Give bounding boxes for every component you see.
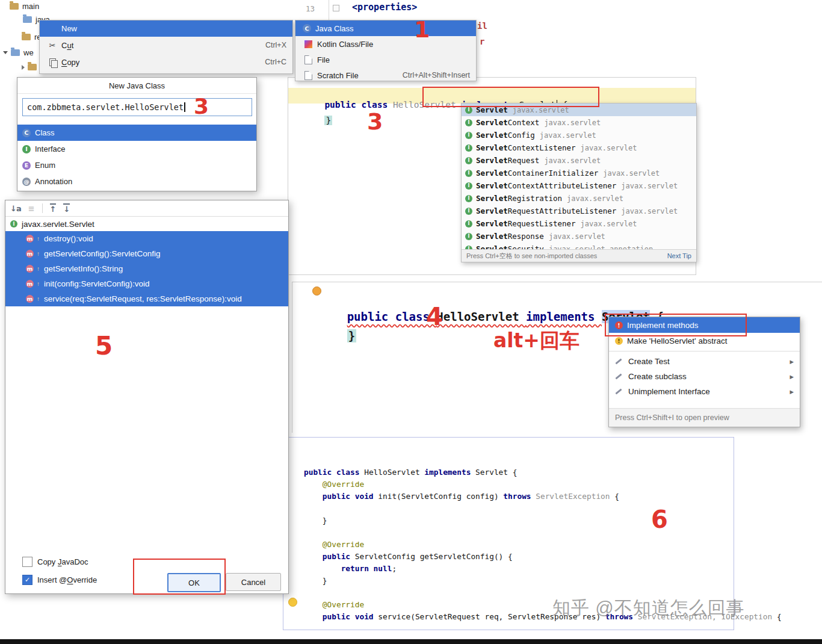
ok-button[interactable]: OK [167, 573, 221, 592]
intention-bulb-icon[interactable] [288, 598, 297, 607]
collapse-all-icon[interactable] [50, 203, 57, 213]
override-marker-icon [37, 280, 40, 287]
checkbox-unchecked-icon[interactable] [22, 557, 32, 567]
tree-item-webapp[interactable]: we [3, 48, 34, 57]
interface-icon [465, 119, 472, 126]
tree-item-collapsed[interactable] [22, 64, 40, 70]
method-row-getservletinfo[interactable]: getServletInfo():String [5, 261, 288, 276]
completion-item[interactable]: ServletResponse javax.servlet [462, 230, 696, 243]
interface-icon [465, 157, 472, 164]
scissors-icon [49, 41, 56, 50]
completion-item[interactable]: ServletContextListener javax.servlet [462, 141, 696, 154]
interface-icon [465, 182, 472, 190]
completion-item[interactable]: ServletContextAttributeListener javax.se… [462, 179, 696, 192]
file-icon [304, 55, 312, 64]
method-row-destroy[interactable]: destroy():void [5, 231, 288, 246]
completion-suffix: Context [508, 118, 540, 127]
clipped-code-fragment: r [480, 37, 484, 46]
expand-all-icon[interactable] [63, 203, 70, 213]
next-tip-link[interactable]: Next Tip [667, 252, 691, 259]
submenu-item-java-class[interactable]: Java Class [295, 20, 476, 36]
intention-menu-footer: Press Ctrl+Shift+I to open preview [609, 408, 800, 427]
enum-icon [22, 161, 31, 170]
completion-item[interactable]: ServletRequest javax.servlet [462, 154, 696, 167]
tree-item-main[interactable]: main [10, 2, 39, 11]
copy-javadoc-checkbox[interactable]: Copy JavaDoc [22, 557, 88, 567]
checkbox-label: Copy JavaDoc [37, 557, 88, 566]
kind-option-class[interactable]: Class [17, 125, 256, 141]
completion-item[interactable]: ServletConfig javax.servlet [462, 129, 696, 141]
kotlin-icon [304, 40, 312, 48]
clipped-code-fragment: il [477, 21, 487, 31]
intention-make-abstract[interactable]: Make 'HelloServlet' abstract [609, 333, 800, 348]
edit-icon [615, 358, 622, 364]
intention-implement-methods[interactable]: Implement methods [609, 317, 800, 333]
method-icon [26, 295, 34, 303]
completion-name: Servlet [476, 232, 508, 241]
completion-name: Servlet [476, 219, 508, 228]
method-signature: destroy():void [44, 234, 93, 243]
action-create-test[interactable]: Create Test [609, 354, 800, 369]
submenu-item-file[interactable]: File [295, 52, 476, 67]
tree-root-interface[interactable]: javax.servlet.Servlet [5, 217, 288, 231]
tree-item-resources[interactable]: re [22, 33, 42, 42]
completion-package: javax.servlet [581, 220, 637, 228]
xml-tag-properties: <properties> [352, 2, 417, 13]
completion-name: Servlet [476, 105, 508, 114]
method-signature: service(req:ServletRequest, res:ServletR… [44, 294, 242, 303]
completion-suffix: ContextListener [508, 143, 576, 152]
folder-icon [28, 64, 37, 70]
folder-icon [23, 16, 32, 23]
completion-item[interactable]: ServletRequestListener javax.servlet [462, 217, 696, 230]
class-name-input[interactable]: com.zbbmeta.servlet.HelloServlet [22, 98, 252, 116]
completion-suffix: Registration [508, 194, 562, 203]
annotation-icon [22, 178, 31, 186]
completion-suffix: RequestAttributeListener [508, 206, 617, 215]
submenu-item-kotlin-class[interactable]: Kotlin Class/File [295, 36, 476, 52]
completion-suffix: Response [508, 232, 544, 241]
override-marker-icon [37, 235, 40, 242]
completion-item[interactable]: ServletRequestAttributeListener javax.se… [462, 205, 696, 217]
cancel-button[interactable]: Cancel [226, 573, 281, 591]
interface-icon [465, 170, 472, 177]
menu-item-label: Cut [61, 41, 73, 50]
kind-option-interface[interactable]: Interface [17, 141, 256, 157]
checkbox-checked-icon[interactable] [22, 575, 32, 585]
completion-item[interactable]: Servlet javax.servlet [462, 104, 696, 116]
completion-item[interactable]: ServletContext javax.servlet [462, 116, 696, 129]
closing-brace-line: } [306, 316, 356, 356]
kind-option-enum[interactable]: Enum [17, 157, 256, 173]
menu-item-new[interactable]: New [40, 20, 292, 37]
select-methods-dialog: javax.servlet.Servlet destroy():void get… [5, 200, 289, 594]
menu-item-cut[interactable]: Cut Ctrl+X [40, 37, 292, 54]
method-row-service[interactable]: service(req:ServletRequest, res:ServletR… [5, 291, 288, 306]
intention-bulb-icon[interactable] [312, 286, 321, 296]
insert-override-checkbox[interactable]: Insert @Override [22, 575, 97, 585]
method-row-init[interactable]: init(config:ServletConfig):void [5, 276, 288, 291]
method-row-getservletconfig[interactable]: getServletConfig():ServletConfig [5, 246, 288, 261]
completion-item[interactable]: ServletRegistration javax.servlet [462, 192, 696, 205]
code-fold-icon[interactable] [333, 5, 339, 11]
gutter-divider [329, 0, 329, 20]
override-marker-icon [37, 250, 40, 257]
completion-item[interactable]: ServletContainerInitializer javax.servle… [462, 167, 696, 179]
interface-icon [22, 145, 31, 153]
method-signature: getServletConfig():ServletConfig [44, 249, 161, 258]
action-unimplement-interface[interactable]: Unimplement Interface [609, 384, 800, 399]
class-name-value: com.zbbmeta.servlet.HelloServlet [27, 102, 184, 112]
override-marker-icon [37, 296, 40, 302]
method-icon [26, 280, 34, 288]
kind-label: Interface [35, 144, 66, 153]
new-java-class-dialog: New Java Class com.zbbmeta.servlet.Hello… [17, 77, 257, 191]
annotation-alt-enter: alt+回车 [493, 327, 579, 355]
context-menu: New Cut Ctrl+X Copy Ctrl+C [39, 20, 293, 74]
matched-brace: } [324, 116, 332, 125]
submenu-item-scratch-file[interactable]: Scratch File Ctrl+Alt+Shift+Insert [295, 67, 476, 81]
sort-alphabetically-icon[interactable] [10, 205, 21, 212]
scratch-file-icon [304, 71, 312, 80]
kind-option-annotation[interactable]: Annotation [17, 173, 256, 190]
interface-icon [465, 233, 472, 240]
menu-item-copy[interactable]: Copy Ctrl+C [40, 54, 292, 70]
action-create-subclass[interactable]: Create subclass [609, 369, 800, 384]
sort-by-visibility-icon[interactable] [28, 205, 35, 212]
